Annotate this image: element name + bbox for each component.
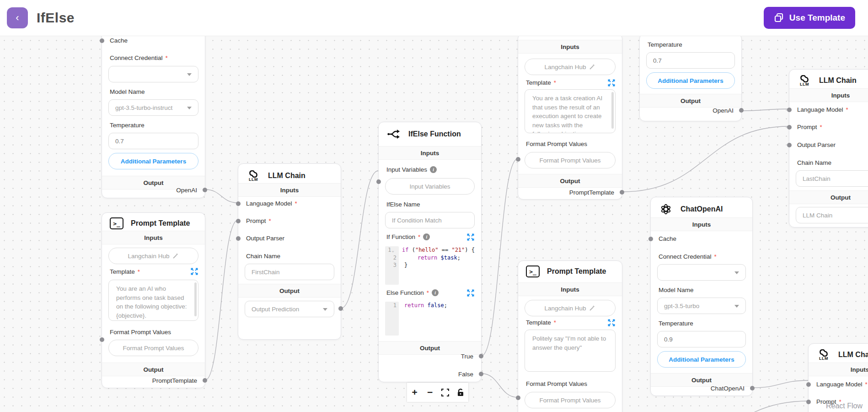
model-name-select[interactable]: gpt-3.5-turbo-instruct bbox=[108, 99, 198, 116]
info-icon[interactable]: i bbox=[423, 233, 430, 240]
format-prompt-values-input[interactable]: Format Prompt Values bbox=[108, 340, 198, 356]
template-label: Template* bbox=[110, 268, 140, 275]
input-variables-input[interactable]: Input Variables bbox=[385, 178, 475, 195]
template-textarea[interactable]: Politely say "I'm not able to answer the… bbox=[525, 330, 616, 372]
scrollbar-thumb[interactable] bbox=[194, 282, 197, 316]
input-handle-language-model[interactable] bbox=[236, 201, 241, 206]
temperature-input[interactable]: 0.9 bbox=[657, 331, 746, 347]
input-handle-prompt[interactable] bbox=[787, 125, 792, 130]
input-handle-prompt[interactable] bbox=[236, 219, 241, 223]
fit-view-button[interactable] bbox=[439, 384, 452, 401]
required-asterisk: * bbox=[138, 268, 140, 275]
input-handle-input-variables[interactable] bbox=[376, 179, 381, 184]
expand-icon[interactable] bbox=[467, 233, 474, 241]
output-handle-prompttemplate[interactable] bbox=[203, 378, 207, 383]
temperature-input[interactable]: 0.7 bbox=[108, 133, 198, 149]
output-handle-output-prediction[interactable] bbox=[338, 306, 343, 311]
chain-name-input[interactable]: LastChain bbox=[796, 170, 868, 187]
node-llm-chain-center[interactable]: LLM LLM Chain Inputs Language Model* Pro… bbox=[238, 163, 341, 340]
additional-parameters-button[interactable]: Additional Parameters bbox=[657, 351, 746, 368]
input-handle-format-prompt-values[interactable] bbox=[516, 396, 520, 400]
edge bbox=[622, 401, 808, 412]
llm-chain-icon: LLM bbox=[816, 347, 831, 362]
ifelse-name-input[interactable]: If Condition Match bbox=[385, 212, 475, 228]
model-name-select[interactable]: gpt-3.5-turbo bbox=[657, 298, 746, 314]
node-chatopenai[interactable]: ChatOpenAI Inputs Cache Connect Credenti… bbox=[650, 197, 753, 396]
additional-parameters-button[interactable]: Additional Parameters bbox=[108, 153, 198, 169]
output-prediction-select[interactable]: Output Prediction bbox=[245, 301, 334, 317]
format-prompt-values-label: Format Prompt Values bbox=[526, 141, 587, 147]
temperature-input[interactable]: 0.7 bbox=[646, 52, 735, 69]
llm-chain-icon: LLM bbox=[797, 73, 812, 88]
input-handle-output-parser[interactable] bbox=[236, 236, 241, 241]
node-ifelse-function[interactable]: IfElse Function Inputs Input Variablesi … bbox=[378, 122, 482, 382]
langchain-hub-input[interactable]: Langchain Hub bbox=[525, 300, 616, 316]
node-llm-chain-right[interactable]: LLM LLM Chain Inputs Language Model* Pro… bbox=[789, 69, 868, 228]
if-function-code-editor[interactable]: 1⌄if ("hello" == "21") {2 return $task;3… bbox=[385, 246, 475, 285]
additional-parameters-button[interactable]: Additional Parameters bbox=[646, 72, 735, 89]
chain-name-label: Chain Name bbox=[797, 159, 831, 166]
node-prompt-template-bottom[interactable]: >_ Prompt Template Inputs Langchain Hub … bbox=[518, 260, 622, 412]
node-openai-left[interactable]: Cache Connect Credential* Model Name gpt… bbox=[102, 36, 205, 198]
output-handle-false[interactable] bbox=[479, 372, 483, 376]
format-prompt-values-input[interactable]: Format Prompt Values bbox=[525, 152, 616, 168]
info-icon[interactable]: i bbox=[430, 166, 437, 173]
input-handle-cache[interactable] bbox=[648, 237, 653, 241]
ifelse-name-label: IfElse Name bbox=[386, 201, 420, 208]
node-title: Prompt Template bbox=[547, 267, 606, 276]
input-handle-format-prompt-values[interactable] bbox=[100, 337, 104, 342]
ifelse-branch-icon bbox=[386, 127, 401, 141]
connect-credential-select[interactable] bbox=[108, 66, 198, 82]
input-handle-format-prompt-values[interactable] bbox=[516, 157, 520, 162]
node-openai-top-right[interactable]: Temperature 0.7 Additional Parameters Ou… bbox=[639, 36, 742, 121]
template-textarea[interactable]: You are a task creation AI that uses the… bbox=[525, 89, 616, 133]
connect-credential-select[interactable] bbox=[657, 264, 746, 281]
required-asterisk: * bbox=[166, 54, 168, 61]
back-chevron-icon: ‹ bbox=[16, 12, 19, 24]
model-name-label: Model Name bbox=[110, 88, 145, 95]
node-title: LLM Chain bbox=[268, 172, 305, 180]
output-handle-prompttemplate[interactable] bbox=[620, 190, 624, 195]
expand-icon[interactable] bbox=[467, 289, 474, 297]
output-section-header: Output bbox=[238, 284, 341, 298]
node-title: ChatOpenAI bbox=[680, 205, 723, 213]
expand-icon[interactable] bbox=[608, 319, 615, 326]
input-handle-language-model[interactable] bbox=[787, 108, 792, 112]
template-textarea[interactable]: You are an AI who performs one task base… bbox=[108, 280, 198, 321]
langchain-hub-input[interactable]: Langchain Hub bbox=[525, 59, 616, 75]
input-handle-output-parser[interactable] bbox=[787, 143, 792, 147]
llm-chain-icon: LLM bbox=[246, 168, 261, 183]
info-icon[interactable]: i bbox=[432, 289, 439, 296]
node-prompt-template-left[interactable]: >_ Prompt Template Inputs Langchain Hub … bbox=[102, 212, 205, 388]
expand-icon[interactable] bbox=[191, 268, 198, 275]
lock-button[interactable] bbox=[454, 384, 467, 401]
openai-icon bbox=[659, 202, 673, 217]
node-prompt-template-top[interactable]: Inputs Langchain Hub Template* You are a… bbox=[518, 36, 622, 200]
output-anchor-prompttemplate: PromptTemplate bbox=[152, 377, 197, 384]
edge bbox=[482, 374, 518, 397]
output-handle-openai[interactable] bbox=[203, 188, 207, 192]
flow-canvas[interactable]: Cache Connect Credential* Model Name gpt… bbox=[0, 36, 868, 412]
zoom-out-button[interactable]: − bbox=[423, 384, 437, 401]
input-handle-prompt[interactable] bbox=[806, 400, 811, 404]
format-prompt-values-input[interactable]: Format Prompt Values bbox=[525, 392, 616, 408]
back-button[interactable]: ‹ bbox=[7, 7, 28, 28]
output-section-header: Output bbox=[102, 363, 205, 376]
output-handle-true[interactable] bbox=[479, 354, 483, 358]
output-anchor-false: False bbox=[458, 371, 473, 378]
else-function-code-editor[interactable]: 1return false; bbox=[385, 302, 475, 336]
output-handle-chatopenai[interactable] bbox=[750, 386, 755, 390]
zoom-in-button[interactable]: + bbox=[408, 384, 422, 401]
llm-chain-output-select[interactable]: LLM Chain bbox=[796, 207, 868, 223]
use-template-button[interactable]: Use Template bbox=[764, 7, 855, 29]
expand-icon[interactable] bbox=[608, 79, 615, 87]
node-title: IfElse Function bbox=[408, 130, 461, 138]
prompt-label: Prompt* bbox=[246, 217, 271, 224]
scrollbar-thumb[interactable] bbox=[611, 92, 614, 129]
input-handle-language-model[interactable] bbox=[806, 382, 811, 387]
output-section-header: Output bbox=[640, 94, 741, 108]
langchain-hub-input[interactable]: Langchain Hub bbox=[108, 248, 198, 264]
input-handle-cache[interactable] bbox=[100, 38, 104, 43]
chain-name-input[interactable]: FirstChain bbox=[245, 264, 334, 280]
output-handle-openai[interactable] bbox=[739, 108, 744, 113]
